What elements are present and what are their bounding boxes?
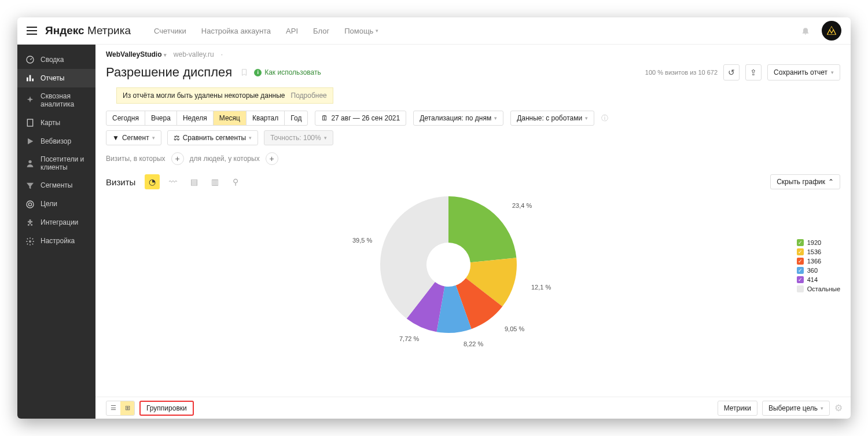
precision-label: Точность: 100% (270, 134, 321, 142)
legend-item[interactable]: ✓1366 (797, 258, 840, 265)
chevron-down-icon: ▾ (494, 115, 497, 121)
sidebar-item-goals[interactable]: Цели (17, 195, 95, 214)
daterange-button[interactable]: 🗓27 авг — 26 сен 2021 (315, 111, 406, 126)
view-list[interactable]: ☰ (106, 401, 120, 415)
sidebar-item-maps[interactable]: Карты (17, 113, 95, 132)
legend-item[interactable]: ✓414 (797, 276, 840, 283)
sidebar-item-reports[interactable]: Отчеты (17, 69, 95, 87)
compare-icon: ⚖ (174, 134, 180, 142)
legend-swatch: ✓ (797, 258, 804, 265)
robots-button[interactable]: Данные: с роботами▾ (510, 111, 594, 126)
nav-counters[interactable]: Счетчики (154, 27, 186, 35)
period-quarter[interactable]: Квартал (247, 111, 285, 125)
legend-item[interactable]: ✓1536 (797, 248, 840, 255)
sidebar-item-label: Сводка (41, 56, 64, 64)
sidebar-item-webvisor[interactable]: Вебвизор (17, 132, 95, 151)
segment-label: Сегмент (122, 134, 149, 142)
sidebar-item-label: Посетители и клиенты (41, 155, 87, 172)
nav-blog[interactable]: Блог (313, 27, 329, 35)
period-week[interactable]: Неделя (177, 111, 214, 125)
metrics-button[interactable]: Метрики (718, 401, 757, 416)
sidebar-item-integrations[interactable]: Интеграции (17, 214, 95, 232)
history-button[interactable]: ↺ (723, 64, 740, 80)
chevron-up-icon: ⌃ (828, 178, 834, 186)
viz-line[interactable]: 〰 (165, 174, 181, 189)
sidebar-item-label: Карты (41, 119, 60, 127)
slice-label-5: 39,5 % (352, 237, 372, 244)
svg-point-5 (28, 160, 31, 163)
hide-chart-button[interactable]: Скрыть график⌃ (770, 174, 840, 189)
viz-map[interactable]: ⚲ (228, 174, 243, 189)
legend: ✓1920 ✓1536 ✓1366 ✓360 ✓414 Остальные (797, 239, 840, 295)
sidebar-item-label: Сквозная аналитика (41, 92, 87, 109)
hide-chart-label: Скрыть график (777, 178, 825, 186)
bookmark-icon[interactable] (240, 68, 248, 77)
legend-swatch: ✓ (797, 248, 804, 255)
chevron-down-icon: ▾ (585, 115, 588, 121)
detail-label: Детализация: по дням (420, 114, 491, 122)
logo[interactable]: Яндекс Метрика (45, 24, 131, 37)
precision-button[interactable]: Точность: 100%▾ (264, 130, 333, 145)
bars-icon (25, 74, 35, 83)
legend-swatch: ✓ (797, 276, 804, 283)
viz-label: Визиты (106, 177, 135, 187)
help-icon[interactable]: ⓘ (601, 113, 608, 123)
warning-more-link[interactable]: Подробнее (291, 91, 327, 100)
sidebar-item-summary[interactable]: Сводка (17, 50, 95, 69)
legend-item[interactable]: ✓360 (797, 267, 840, 274)
breadcrumb-sep: · (221, 50, 223, 58)
view-tree[interactable]: ⊞ (120, 401, 134, 415)
svg-rect-4 (27, 119, 32, 126)
add-people-filter[interactable]: + (266, 152, 278, 165)
info-icon: i (254, 69, 262, 76)
gear-icon (25, 237, 35, 246)
user-icon (25, 159, 35, 168)
legend-swatch (797, 285, 804, 292)
legend-item[interactable]: ✓1920 (797, 239, 840, 246)
period-today[interactable]: Сегодня (106, 111, 145, 125)
detail-button[interactable]: Детализация: по дням▾ (413, 111, 503, 126)
compare-segments-button[interactable]: ⚖Сравнить сегменты▾ (167, 130, 259, 145)
svg-rect-1 (27, 78, 28, 82)
nav-account[interactable]: Настройка аккаунта (201, 27, 271, 35)
segment-button[interactable]: ▼Сегмент▾ (106, 130, 161, 145)
target-icon (25, 200, 35, 209)
sidebar: Сводка Отчеты Сквозная аналитика Карты В… (17, 45, 95, 419)
filter-people-label: для людей, у которых (190, 155, 260, 163)
nav-help[interactable]: Помощь▾ (344, 27, 378, 35)
period-month[interactable]: Месяц (214, 111, 247, 125)
bell-icon[interactable] (801, 26, 810, 35)
legend-item[interactable]: Остальные (797, 285, 840, 292)
nav-api[interactable]: API (286, 27, 298, 35)
breadcrumb-site[interactable]: WebValleyStudio ▾ (106, 50, 167, 58)
sidebar-item-segments[interactable]: Сегменты (17, 177, 95, 195)
daterange-label: 27 авг — 26 сен 2021 (331, 114, 400, 122)
select-goal-button[interactable]: Выберите цель▾ (762, 401, 830, 416)
filter-visits-label: Визиты, в которых (106, 155, 165, 163)
avatar[interactable] (822, 21, 841, 41)
viz-bar[interactable]: ▥ (207, 174, 222, 189)
sidebar-item-settings[interactable]: Настройка (17, 232, 95, 251)
svg-rect-3 (32, 79, 34, 82)
save-report-button[interactable]: Сохранить отчет▾ (767, 64, 840, 80)
howto-link[interactable]: i Как использовать (254, 68, 321, 76)
period-yesterday[interactable]: Вчера (145, 111, 177, 125)
export-button[interactable]: ⇪ (745, 64, 762, 80)
sidebar-item-visitors[interactable]: Посетители и клиенты (17, 151, 95, 177)
viz-pie[interactable]: ◔ (145, 174, 160, 189)
breadcrumb-domain[interactable]: web-valley.ru (174, 50, 214, 58)
sidebar-item-label: Отчеты (41, 74, 64, 82)
page-title: Разрешение дисплея (106, 65, 232, 80)
viz-area[interactable]: ▤ (186, 174, 201, 189)
view-toggle: ☰ ⊞ (106, 401, 135, 416)
add-visit-filter[interactable]: + (171, 152, 184, 165)
period-year[interactable]: Год (285, 111, 307, 125)
sidebar-item-analytics[interactable]: Сквозная аналитика (17, 87, 95, 113)
gear-icon[interactable]: ⚙ (834, 402, 843, 413)
menu-burger[interactable] (27, 27, 37, 35)
groupings-button[interactable]: Группировки (139, 401, 194, 416)
calendar-icon: 🗓 (321, 114, 328, 122)
select-goal-label: Выберите цель (768, 404, 818, 412)
legend-swatch: ✓ (797, 267, 804, 274)
puzzle-icon (25, 218, 35, 228)
